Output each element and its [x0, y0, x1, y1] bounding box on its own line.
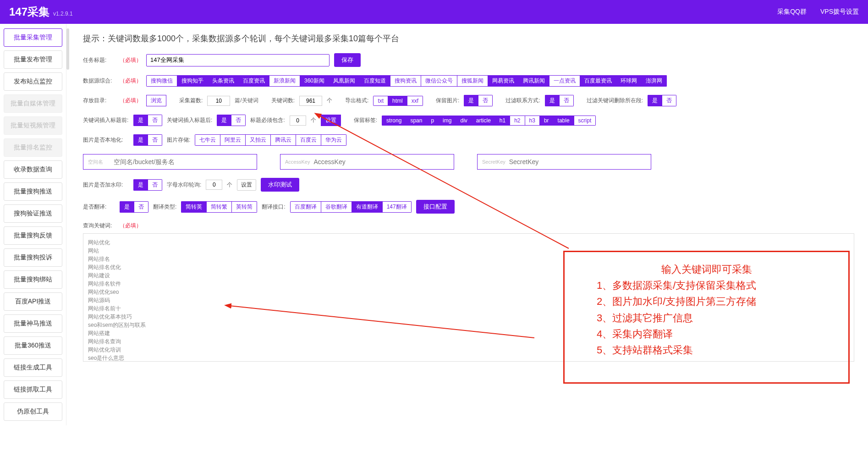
- collect-count-input[interactable]: [207, 96, 230, 106]
- sidebar-item-17[interactable]: 伪原创工具: [4, 402, 62, 421]
- task-title-input[interactable]: [146, 54, 330, 66]
- store-tag-七牛云[interactable]: 七牛云: [195, 134, 220, 146]
- title-must-input[interactable]: [290, 116, 306, 126]
- filter-contact-label: 过滤联系方式:: [505, 97, 540, 105]
- img-store-label: 图片存储:: [167, 136, 190, 144]
- kw-before-no[interactable]: 否: [148, 115, 162, 126]
- filter-key-no[interactable]: 否: [662, 95, 676, 106]
- html-tag-img[interactable]: img: [439, 116, 456, 126]
- img-local-yes[interactable]: 是: [133, 134, 148, 146]
- html-tag-article[interactable]: article: [472, 116, 495, 126]
- sidebar-item-13[interactable]: 批量神马推送: [4, 314, 62, 333]
- trans-api-百度翻译[interactable]: 百度翻译: [290, 201, 321, 213]
- html-tag-script[interactable]: script: [574, 116, 596, 126]
- bucket-input[interactable]: [114, 158, 252, 165]
- source-tag-腾讯新闻[interactable]: 腾讯新闻: [519, 75, 549, 87]
- watermark-label: 图片是否加水印:: [83, 181, 129, 189]
- api-config-button[interactable]: 接口配置: [416, 200, 455, 214]
- alpha-wm-input[interactable]: [206, 180, 222, 190]
- html-tag-table[interactable]: table: [554, 116, 574, 126]
- annotation-box: 输入关键词即可采集 1、多数据源采集/支持保留采集格式 2、图片加水印/支持图片…: [563, 251, 850, 384]
- store-tag-又拍云[interactable]: 又拍云: [246, 134, 271, 146]
- trans-api-147翻译[interactable]: 147翻译: [383, 201, 412, 213]
- kw-after-yes[interactable]: 是: [217, 115, 231, 126]
- sidebar-item-10[interactable]: 批量搜狗投诉: [4, 248, 62, 267]
- sidebar-item-6[interactable]: 收录数据查询: [4, 160, 62, 179]
- source-tag-微信公众号[interactable]: 微信公众号: [421, 75, 457, 87]
- trans-type-简转繁[interactable]: 简转繁: [207, 201, 232, 213]
- filter-contact-yes[interactable]: 是: [545, 95, 560, 106]
- sidebar-item-15[interactable]: 链接生成工具: [4, 358, 62, 377]
- source-tag-百度知道[interactable]: 百度知道: [360, 75, 390, 87]
- format-tag-html[interactable]: html: [388, 96, 407, 106]
- html-tag-strong[interactable]: strong: [382, 116, 406, 126]
- accesskey-input[interactable]: [313, 158, 449, 165]
- sidebar-item-12[interactable]: 百度API推送: [4, 292, 62, 311]
- save-button[interactable]: 保存: [334, 53, 361, 67]
- sidebar-item-4: 批量短视频管理: [4, 116, 62, 135]
- header-link-vps[interactable]: VPS拨号设置: [820, 8, 859, 16]
- title-set-button[interactable]: 设置: [321, 115, 341, 126]
- source-tag-搜狗资讯[interactable]: 搜狗资讯: [390, 75, 421, 87]
- source-tag-搜狗知乎[interactable]: 搜狗知乎: [177, 75, 208, 87]
- header-link-qq[interactable]: 采集QQ群: [777, 8, 807, 16]
- source-tag-新浪新闻[interactable]: 新浪新闻: [269, 75, 300, 87]
- kw-after-no[interactable]: 否: [231, 115, 246, 126]
- source-tag-百度资讯[interactable]: 百度资讯: [239, 75, 269, 87]
- trans-type-简转英[interactable]: 简转英: [181, 201, 207, 213]
- trans-type-英转简[interactable]: 英转简: [232, 201, 257, 213]
- secretkey-input[interactable]: [509, 158, 646, 165]
- source-tag-环球网[interactable]: 环球网: [616, 75, 642, 87]
- source-tag-百度最资讯[interactable]: 百度最资讯: [580, 75, 616, 87]
- html-tag-div[interactable]: div: [456, 116, 472, 126]
- keep-img-yes[interactable]: 是: [464, 95, 478, 106]
- sidebar-item-9[interactable]: 批量搜狗反馈: [4, 226, 62, 245]
- wm-test-button[interactable]: 水印测试: [261, 178, 299, 192]
- store-tag-阿里云[interactable]: 阿里云: [220, 134, 246, 146]
- keyword-count-input[interactable]: [299, 96, 322, 106]
- html-tag-span[interactable]: span: [406, 116, 427, 126]
- source-tag-一点资讯[interactable]: 一点资讯: [549, 75, 580, 87]
- trans-api-谷歌翻译[interactable]: 谷歌翻译: [321, 201, 352, 213]
- trans-api-有道翻译[interactable]: 有道翻译: [352, 201, 383, 213]
- source-tag-网易资讯[interactable]: 网易资讯: [488, 75, 519, 87]
- store-tag-百度云[interactable]: 百度云: [296, 134, 321, 146]
- title-must-unit: 个: [311, 116, 316, 124]
- format-tag-xxf[interactable]: xxf: [407, 96, 423, 106]
- source-tag-头条资讯[interactable]: 头条资讯: [208, 75, 239, 87]
- sidebar-item-8[interactable]: 搜狗验证推送: [4, 204, 62, 223]
- source-tag-360新闻[interactable]: 360新闻: [300, 75, 329, 87]
- html-tag-h1[interactable]: h1: [495, 116, 510, 126]
- html-tag-br[interactable]: br: [540, 116, 554, 126]
- watermark-yes[interactable]: 是: [133, 179, 148, 191]
- html-tag-h2[interactable]: h2: [510, 116, 525, 126]
- kw-before-yes[interactable]: 是: [133, 115, 148, 126]
- filter-contact-no[interactable]: 否: [560, 95, 574, 106]
- source-tag-搜狐新闻[interactable]: 搜狐新闻: [457, 75, 488, 87]
- watermark-no[interactable]: 否: [148, 179, 162, 191]
- sidebar-item-7[interactable]: 批量搜狗推送: [4, 182, 62, 201]
- sidebar-item-1[interactable]: 批量发布管理: [4, 50, 62, 69]
- sidebar-item-16[interactable]: 链接抓取工具: [4, 380, 62, 399]
- sidebar-item-11[interactable]: 批量搜狗绑站: [4, 270, 62, 289]
- img-local-no[interactable]: 否: [148, 134, 162, 146]
- sidebar-item-2[interactable]: 发布站点监控: [4, 72, 62, 91]
- source-label: 数据源综合:: [83, 77, 115, 85]
- translate-yes[interactable]: 是: [120, 201, 134, 213]
- html-tag-h3[interactable]: h3: [525, 116, 540, 126]
- translate-no[interactable]: 否: [134, 201, 148, 213]
- source-tag-搜狗微信[interactable]: 搜狗微信: [146, 75, 177, 87]
- browse-button[interactable]: 浏览: [146, 95, 166, 106]
- keep-img-no[interactable]: 否: [478, 95, 493, 106]
- overlay-title: 输入关键词即可采集: [597, 261, 816, 277]
- sidebar-item-0[interactable]: 批量采集管理: [4, 28, 62, 47]
- source-tag-澎湃网[interactable]: 澎湃网: [642, 75, 667, 87]
- filter-key-yes[interactable]: 是: [648, 95, 662, 106]
- format-tag-txt[interactable]: txt: [373, 96, 388, 106]
- store-tag-华为云[interactable]: 华为云: [321, 134, 346, 146]
- sidebar-item-14[interactable]: 批量360推送: [4, 336, 62, 355]
- html-tag-p[interactable]: p: [427, 116, 439, 126]
- wm-set-button[interactable]: 设置: [237, 179, 256, 191]
- source-tag-凤凰新闻[interactable]: 凤凰新闻: [329, 75, 360, 87]
- store-tag-腾讯云[interactable]: 腾讯云: [271, 134, 296, 146]
